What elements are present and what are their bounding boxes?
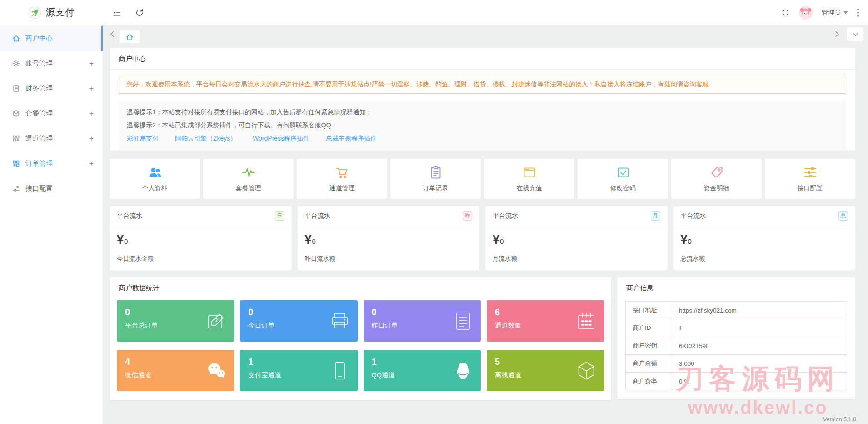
stat-title: 平台流水 [117,212,142,220]
channel-grid-icon [12,135,20,142]
compose-icon [206,311,227,332]
user-menu[interactable]: 管理员 [822,9,848,17]
tile-alipay-channels[interactable]: 1 支付宝通道 [240,350,357,391]
tabs-dropdown-button[interactable] [847,27,863,41]
chevron-down-icon [843,11,848,14]
tab-strip-right [833,27,868,41]
sidebar-item-label: 通道管理 [25,134,53,143]
shortcut-profile[interactable]: 个人资料 [110,159,200,199]
tile-offline-channels[interactable]: 5 离线通道 [487,350,604,391]
info-label: 商户密钥 [626,337,672,355]
stat-title: 平台流水 [493,212,518,220]
tile-qq-channels[interactable]: 1 QQ通道 [364,350,481,391]
shortcut-label: 个人资料 [142,184,168,192]
shortcut-package[interactable]: 套餐管理 [203,159,294,199]
shortcut-channel[interactable]: 通道管理 [297,159,387,199]
top-header: 管理员 [103,0,868,25]
tabs-prev-icon[interactable] [109,30,116,38]
home-tab-icon [126,33,134,41]
sidebar-item-channel[interactable]: 通道管理 + [0,126,103,151]
info-value-merchant-id: 1 [672,319,847,337]
activity-icon [241,165,256,180]
sidebar-item-merchant-center[interactable]: 商户中心 [0,26,103,51]
info-value-rate: 0 % [672,373,847,390]
expand-plus-icon[interactable]: + [89,84,94,93]
info-label: 商户费率 [626,373,672,390]
table-row: 商户余额 3.000 [626,355,847,373]
shortcut-label: 通道管理 [329,184,355,192]
expand-plus-icon[interactable]: + [89,109,94,118]
order-grid-icon [12,160,20,167]
chevron-down-icon [852,31,859,38]
sidebar-item-package[interactable]: 套餐管理 + [0,101,103,126]
users-icon [148,165,162,180]
stat-title: 平台流水 [305,212,330,220]
merchant-stats-panel: 商户数据统计 0 平台总订单 0 今日订单 0 昨日订单 [110,277,611,400]
info-value-balance: 3.000 [672,355,847,373]
link-caihong-epay[interactable]: 彩虹易支付 [127,135,159,142]
tile-today-orders[interactable]: 0 今日订单 [240,300,357,342]
more-vertical-icon[interactable] [857,9,859,17]
qq-icon [453,360,474,381]
tile-yesterday-orders[interactable]: 0 昨日订单 [364,300,481,342]
document-icon [453,311,474,332]
tab-home[interactable] [120,30,140,43]
stat-caption: 月流水额 [493,255,660,263]
shortcut-password[interactable]: 修改密码 [578,159,668,199]
expand-plus-icon[interactable]: + [89,134,94,143]
sidebar-item-account[interactable]: 账号管理 + [0,51,103,76]
sidebar-item-finance[interactable]: 财务管理 + [0,76,103,101]
shortcut-label: 修改密码 [610,184,636,192]
printer-icon [329,311,350,332]
sidebar-item-api-config[interactable]: 接口配置 [0,176,103,201]
expand-plus-icon[interactable]: + [89,59,94,68]
link-apayun-zkeys[interactable]: 阿帕云引擎（Zkeys） [175,135,236,142]
app-logo: 源支付 [0,0,103,25]
tile-wechat-channels[interactable]: 4 微信通道 [117,350,234,391]
stat-caption: 今日流水金额 [117,255,284,263]
info-value-api-url: https://zf.sky021.com [672,302,847,319]
shortcut-label: 接口配置 [798,184,823,192]
sidebar-item-order[interactable]: 订单管理 + [0,151,103,176]
shortcut-label: 套餐管理 [236,184,261,192]
collapse-menu-icon[interactable] [112,8,121,17]
shortcut-recharge[interactable]: 在线充值 [484,159,574,199]
stat-cards: 平台流水 日 ¥0 今日流水金额 平台流水 昨 ¥0 昨日流水额 平台流水 月 … [110,206,855,270]
stat-amount: ¥0 [305,233,473,247]
sliders-icon [12,185,20,192]
stat-badge-day: 日 [275,211,284,221]
merchant-info-title: 商户信息 [617,277,855,298]
avatar[interactable] [799,6,813,20]
tabs-next-icon[interactable] [833,30,841,38]
tip-line-2: 温馨提示2：本站已集成部分系统插件，可自行下载。有问题联系客服QQ： [127,119,838,132]
info-label: 商户余额 [626,355,672,373]
home-icon [12,35,20,42]
finance-icon [12,85,20,92]
tab-strip [103,25,868,43]
panel-title: 商户中心 [110,48,855,70]
clipboard-icon [429,165,443,180]
stat-amount: ¥0 [117,233,284,247]
link-wordpress-plugin[interactable]: WordPress程序插件 [253,135,309,142]
package-icon [12,110,20,117]
stat-amount: ¥0 [493,233,660,247]
sidebar-item-label: 财务管理 [25,84,53,93]
avatar-image [799,6,813,20]
link-zongcai-theme-plugin[interactable]: 总裁主题程序插件 [326,135,377,142]
tile-total-orders[interactable]: 0 平台总订单 [117,300,234,342]
cube-icon [576,360,597,381]
sidebar-item-label: 套餐管理 [25,109,53,118]
info-value-merchant-key: 6KCRT59E [672,337,847,355]
merchant-stats-title: 商户数据统计 [110,277,611,298]
expand-plus-icon[interactable]: + [89,159,94,168]
tile-channel-count[interactable]: 6 通道数量 [487,300,604,342]
fullscreen-icon[interactable] [781,8,790,17]
refresh-icon[interactable] [135,8,144,17]
shortcut-orders[interactable]: 订单记录 [390,159,481,199]
shortcut-funds[interactable]: 资金明细 [671,159,762,199]
browser-icon [522,165,537,180]
shortcut-api-config[interactable]: 接口配置 [765,159,855,199]
info-label: 接口地址 [626,302,672,319]
sidebar-menu: 商户中心 账号管理 + 财务管理 + 套餐管理 + 通道管理 + 订单管理 + [0,25,103,201]
stat-caption: 总流水额 [681,255,848,263]
